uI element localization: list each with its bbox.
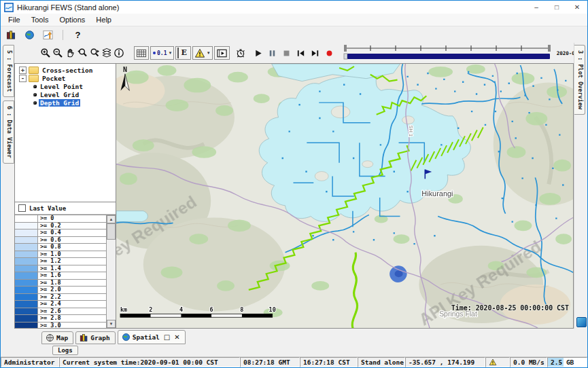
legend-swatch [15, 301, 38, 308]
timeseries-icon[interactable] [41, 28, 55, 42]
legend-row-label: >= 1.8 [38, 280, 106, 287]
chevron-down-icon: ▼ [207, 51, 211, 55]
zoom-previous-icon[interactable] [77, 46, 88, 60]
legend-row-label: >= 0.6 [38, 237, 106, 244]
legend-row[interactable]: >= 2.8 [15, 315, 106, 323]
last-value-checkbox[interactable] [18, 204, 26, 212]
help-icon[interactable]: ? [71, 28, 85, 42]
status-gmt-time: 08:27:18 GMT [240, 357, 300, 367]
status-network-rate: 0.0 MB/s [510, 357, 547, 367]
step-forward-icon[interactable] [310, 46, 320, 60]
tree-item-depth-grid[interactable]: Depth Grid [15, 98, 116, 107]
expand-icon[interactable]: + [19, 67, 27, 74]
legend-row-label: >= 1.0 [38, 251, 106, 258]
left-dock-tab[interactable]: 5 : Forecast [3, 45, 14, 97]
tab-spatial[interactable]: Spatial □ ✕ [118, 330, 186, 344]
scroll-down-icon[interactable]: ▼ [107, 320, 116, 328]
scrollbar-track[interactable] [107, 223, 116, 320]
collapse-icon[interactable]: - [19, 75, 27, 82]
scrollbar-thumb[interactable] [107, 223, 116, 240]
layers-icon[interactable] [101, 46, 112, 60]
window-title: Hikurangi FEWS (Stand alone) [17, 3, 526, 12]
legend-swatch [15, 223, 38, 229]
legend-row-label: >= 2.4 [38, 301, 106, 308]
pan-icon[interactable] [65, 46, 75, 60]
zoom-next-icon[interactable] [89, 46, 100, 60]
bullet-icon [33, 93, 37, 96]
legend-swatch [15, 287, 38, 293]
dock-corner-icon[interactable] [576, 317, 587, 327]
close-tab-icon[interactable]: ✕ [174, 333, 179, 341]
info-icon[interactable] [114, 46, 124, 60]
animation-button[interactable] [214, 46, 230, 60]
legend-swatch [15, 308, 38, 315]
tab-map[interactable]: Map [41, 331, 73, 344]
database-icon[interactable] [4, 28, 18, 42]
tree-item-level-grid[interactable]: Level Grid [15, 90, 116, 98]
legend-row-label: >= 2.0 [38, 287, 106, 293]
legend-row-label: >= 2.8 [38, 315, 106, 322]
menu-bar: FileToolsOptionsHelp [1, 14, 587, 26]
svg-text:8: 8 [240, 306, 243, 313]
menu-item[interactable]: File [3, 15, 26, 24]
pause-icon[interactable] [267, 46, 277, 60]
menu-item[interactable]: Help [90, 15, 117, 24]
legend-row-label: >= 1.4 [38, 265, 106, 272]
menu-item[interactable]: Options [54, 15, 90, 24]
globe-icon [122, 333, 131, 342]
play-icon[interactable] [253, 46, 263, 60]
status-system-time: Current system time:2020-09-01 00:00 CST [59, 357, 240, 367]
stop-icon[interactable] [281, 46, 292, 60]
status-warning-cell[interactable] [485, 357, 510, 367]
float-tab-icon[interactable]: □ [164, 333, 170, 341]
warning-icon [489, 358, 497, 366]
bullet-icon [33, 101, 37, 105]
step-back-icon[interactable] [296, 46, 306, 60]
maximize-button[interactable]: □ [547, 1, 567, 14]
tree-item-level-point[interactable]: Level Point [15, 82, 116, 90]
tab-graph[interactable]: Graph [75, 331, 116, 344]
legend-row-label: >= 1.6 [38, 272, 106, 279]
legend-swatch [15, 237, 38, 244]
left-dock-tab[interactable]: 6 : Data Viewer [3, 100, 14, 164]
threshold-dot-icon [153, 52, 156, 54]
grid-display-button[interactable] [134, 46, 149, 60]
globe-icon[interactable] [22, 28, 37, 42]
svg-text:10: 10 [269, 306, 276, 313]
wire-globe-icon [46, 333, 54, 342]
scalebar-button[interactable]: E [175, 46, 190, 60]
scroll-up-icon[interactable]: ▲ [107, 215, 116, 223]
road-label: SH 1 [408, 126, 414, 136]
close-button[interactable]: ✕ [567, 1, 587, 14]
legend-row[interactable]: >= 0.4 [15, 229, 106, 237]
right-dock-tab[interactable]: 3 : Plot Overview [574, 45, 585, 115]
zoom-in-icon[interactable] [40, 46, 51, 60]
zoom-out-icon[interactable] [52, 46, 63, 60]
logs-button[interactable]: Logs [52, 346, 78, 355]
legend-scrollbar[interactable]: ▲ ▼ [106, 215, 116, 328]
title-bar: Hikurangi FEWS (Stand alone) – □ ✕ [1, 1, 587, 14]
threshold-dropdown[interactable]: 0.1▼ [150, 46, 174, 60]
legend-row[interactable]: >= 2.4 [15, 301, 106, 308]
legend-swatch [15, 251, 38, 258]
warning-icon [194, 48, 205, 58]
record-icon[interactable] [324, 46, 334, 60]
timeline-slider[interactable] [343, 43, 552, 62]
legend-row[interactable]: >= 0 [15, 215, 106, 223]
minimize-button[interactable]: – [526, 1, 547, 14]
warning-dropdown[interactable]: ▼ [192, 46, 213, 60]
timer-icon[interactable] [235, 46, 246, 60]
tree-item-pocket[interactable]: - Pocket [15, 74, 116, 82]
svg-text:2: 2 [149, 306, 152, 313]
menu-item[interactable]: Tools [26, 15, 54, 24]
legend-swatch [15, 280, 38, 287]
legend-row[interactable]: >= 3.0 [15, 323, 106, 329]
legend-swatch [15, 229, 38, 236]
tree-item-cross-section[interactable]: + Cross-section [15, 66, 116, 74]
legend-row[interactable]: >= 0.8 [15, 244, 106, 251]
legend-row[interactable]: >= 1.2 [15, 258, 106, 265]
legend-row[interactable]: >= 1.6 [15, 272, 106, 280]
legend-row[interactable]: >= 2.0 [15, 287, 106, 294]
main-toolbar: ? [1, 26, 587, 43]
map-view[interactable]: API Key Required API Key Required [116, 63, 574, 329]
